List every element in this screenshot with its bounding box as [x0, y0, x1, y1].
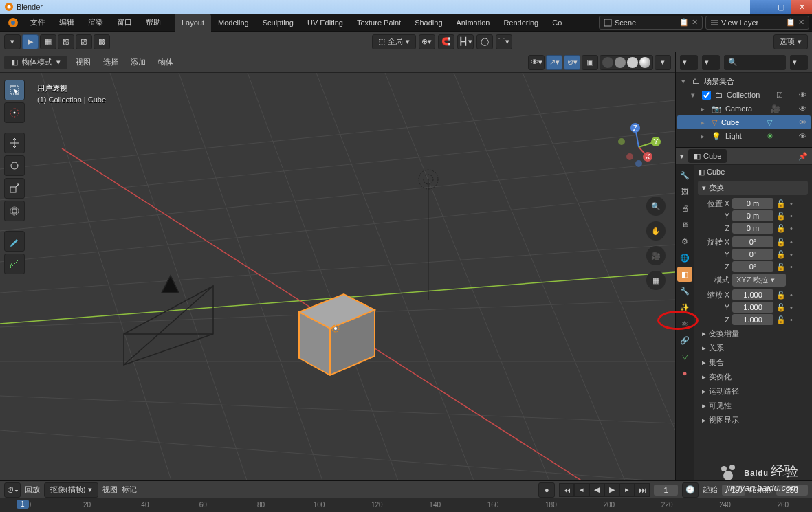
lock-icon[interactable]: 🔓	[776, 212, 786, 221]
keyframe-next-button[interactable]: ▸	[619, 483, 635, 497]
window-maximize-button[interactable]: ▢	[771, 0, 791, 14]
lock-icon[interactable]: 🔓	[776, 291, 786, 300]
keyframe-dot-icon[interactable]: •	[789, 303, 794, 311]
editor-type-3dviewport-button[interactable]: ▾	[4, 34, 21, 49]
outliner-collection[interactable]: ▾ 🗀 Collection ☑ 👁	[677, 88, 811, 102]
navigation-gizmo[interactable]: X Y Z	[615, 121, 663, 169]
shading-material-button[interactable]	[627, 57, 638, 68]
prop-tab-tool[interactable]: 🔧	[677, 168, 692, 183]
timeline-view-menu[interactable]: 视图	[102, 485, 118, 495]
menu-file[interactable]: 文件	[23, 14, 52, 32]
collection-enable-checkbox[interactable]	[702, 91, 711, 100]
prop-tab-render[interactable]: 🖼	[677, 184, 692, 199]
keyframe-dot-icon[interactable]: •	[789, 250, 794, 258]
exclude-toggle-icon[interactable]: ☑	[776, 91, 783, 100]
scale-y-field[interactable]: 1.000	[732, 302, 773, 313]
snap-toggle[interactable]: 🧲	[438, 34, 454, 49]
outliner-search-input[interactable]	[740, 58, 782, 67]
shading-solid-button[interactable]	[615, 57, 626, 68]
scale-x-field[interactable]: 1.000	[732, 289, 773, 300]
keyframe-dot-icon[interactable]: •	[789, 238, 794, 246]
outliner-item-cube[interactable]: ▸ ▽ Cube ▽ 👁	[677, 115, 811, 129]
jump-end-button[interactable]: ⏭	[635, 483, 650, 497]
disclosure-triangle-icon[interactable]: ▸	[701, 132, 707, 141]
tab-animation[interactable]: Animation	[450, 14, 497, 32]
proportional-falloff-dropdown[interactable]: ⌒▾	[496, 34, 512, 49]
mode-dropdown[interactable]: ◧ 物体模式 ▾	[4, 56, 67, 69]
tab-uv-editing[interactable]: UV Editing	[300, 14, 350, 32]
camera-view-button[interactable]: 🎥	[646, 246, 666, 265]
keyframe-prev-button[interactable]: ◂	[574, 483, 589, 497]
pivot-point-dropdown[interactable]: ⊕▾	[419, 34, 435, 49]
menu-render[interactable]: 渲染	[81, 14, 110, 32]
lock-icon[interactable]: 🔓	[776, 263, 786, 271]
panel-visibility[interactable]: ▸ 可见性	[698, 399, 808, 413]
new-scene-icon[interactable]: 📋	[679, 18, 689, 27]
location-y-field[interactable]: 0 m	[732, 210, 773, 221]
rotation-x-field[interactable]: 0°	[732, 236, 773, 247]
prop-tab-modifiers[interactable]: 🔧	[677, 283, 692, 298]
shading-rendered-button[interactable]	[639, 57, 650, 68]
overlays-toggle[interactable]: ⊚▾	[564, 55, 580, 70]
panel-motionpaths[interactable]: ▸ 运动路径	[698, 384, 808, 399]
outliner-display-mode[interactable]: ▾	[702, 55, 720, 70]
play-forward-button[interactable]: ▶	[604, 483, 619, 497]
tab-compositing[interactable]: Co	[545, 14, 569, 32]
timeline-playback-menu[interactable]: 回放	[25, 485, 40, 495]
location-x-field[interactable]: 0 m	[732, 198, 773, 209]
disclosure-triangle-icon[interactable]: ▾	[681, 77, 688, 86]
tool-cursor[interactable]	[4, 102, 25, 123]
prop-tab-constraints[interactable]: 🔗	[677, 333, 692, 348]
panel-collections[interactable]: ▸ 集合	[698, 355, 808, 370]
tab-texture-paint[interactable]: Texture Paint	[350, 14, 408, 32]
preview-range-toggle[interactable]: 🕘	[682, 482, 699, 498]
prop-tab-world[interactable]: 🌐	[677, 250, 692, 265]
outliner-filter-button[interactable]: ▾	[790, 55, 808, 70]
panel-transform-header[interactable]: ▾变换	[698, 181, 808, 195]
shading-options-dropdown[interactable]: ▾	[655, 55, 671, 70]
tab-sculpting[interactable]: Sculpting	[256, 14, 300, 32]
play-reverse-button[interactable]: ◀	[589, 483, 604, 497]
tool-move[interactable]	[4, 133, 25, 153]
delete-scene-icon[interactable]: ✕	[692, 18, 698, 27]
autokey-toggle[interactable]: ●	[538, 482, 555, 498]
prop-tab-output[interactable]: 🖨	[677, 201, 692, 216]
visibility-eye-icon[interactable]: 👁	[799, 104, 806, 113]
perspective-toggle-button[interactable]: ▦	[646, 271, 666, 290]
menu-add[interactable]: 添加	[127, 57, 150, 67]
lock-icon[interactable]: 🔓	[776, 199, 786, 208]
lock-icon[interactable]: 🔓	[776, 303, 786, 312]
editor-type-properties-button[interactable]: ▾	[680, 152, 684, 161]
pan-button[interactable]: ✋	[646, 221, 666, 241]
select-mode-extend-icon[interactable]: ▨	[58, 34, 74, 49]
lock-icon[interactable]: 🔓	[776, 315, 786, 324]
object-name-field[interactable]: ◧ Cube	[698, 168, 808, 177]
scene-selector[interactable]: 📋 ✕	[599, 16, 703, 30]
tab-shading[interactable]: Shading	[408, 14, 449, 32]
viewport-options-dropdown[interactable]: 选项▾	[773, 34, 808, 49]
window-close-button[interactable]: ✕	[791, 0, 812, 14]
timeline-ruler[interactable]: 1 0 20 40 60 80 100 120 140 160 180 200 …	[0, 498, 812, 512]
tool-annotate[interactable]	[4, 231, 25, 252]
select-mode-subtract-icon[interactable]: ▧	[76, 34, 92, 49]
menu-view[interactable]: 视图	[72, 57, 95, 67]
proportional-edit-toggle[interactable]: ◯	[476, 34, 493, 49]
keyframe-dot-icon[interactable]: •	[789, 224, 794, 232]
jump-start-button[interactable]: ⏮	[559, 483, 574, 497]
disclosure-triangle-icon[interactable]: ▸	[701, 118, 707, 127]
panel-relations[interactable]: ▸ 关系	[698, 341, 808, 355]
gizmo-toggle[interactable]: ↗▾	[546, 55, 562, 70]
tab-layout[interactable]: Layout	[175, 14, 211, 32]
select-mode-intersect-icon[interactable]: ▩	[94, 34, 110, 49]
menu-window[interactable]: 窗口	[110, 14, 139, 32]
viewlayer-selector[interactable]: 📋 ✕	[705, 16, 809, 30]
tool-select-box-icon[interactable]: ▶	[22, 34, 39, 49]
tool-rotate[interactable]	[4, 155, 25, 176]
select-mode-set-icon[interactable]: ▦	[40, 34, 56, 49]
scene-name-input[interactable]	[615, 19, 677, 27]
rotation-y-field[interactable]: 0°	[732, 249, 773, 260]
location-z-field[interactable]: 0 m	[732, 223, 773, 234]
prop-tab-data[interactable]: ▽	[677, 349, 692, 364]
viewlayer-name-input[interactable]	[721, 19, 783, 27]
zoom-button[interactable]: 🔍	[646, 197, 666, 216]
